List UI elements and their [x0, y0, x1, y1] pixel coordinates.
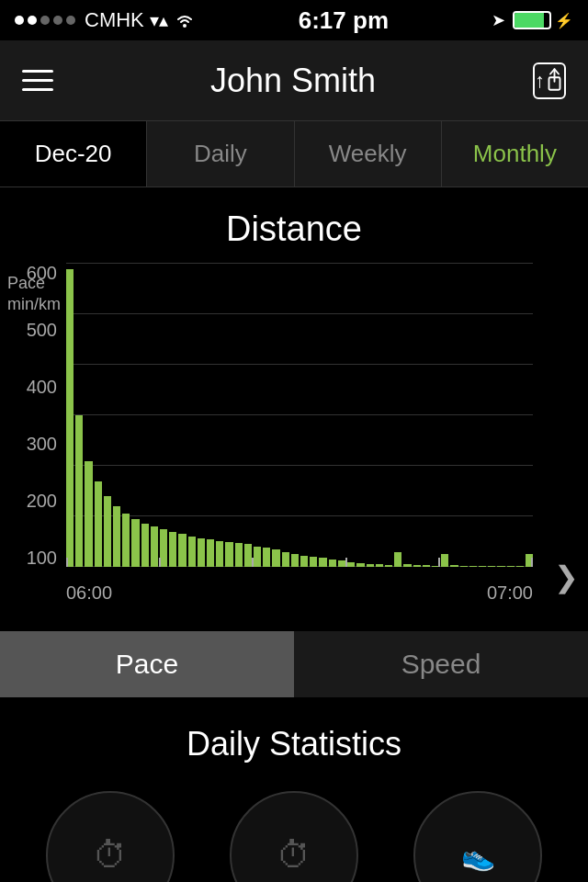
signal-dot-1: [15, 16, 24, 25]
toggle-row: Pace Speed: [0, 631, 588, 697]
hamburger-line-1: [22, 70, 53, 73]
x-label-right: 07:00: [487, 582, 533, 604]
time-display: 6:17 pm: [299, 6, 389, 35]
signal-dot-3: [40, 16, 50, 25]
bar-2: [85, 461, 92, 568]
tab-date[interactable]: Dec-20: [0, 121, 147, 187]
daily-statistics-section: Daily Statistics ⏱ 06:00 Start Time ⏱ 07…: [0, 697, 588, 882]
x-label-left: 06:00: [66, 582, 112, 604]
chart-title: Distance: [0, 209, 588, 249]
tab-bar: Dec-20 Daily Weekly Monthly: [0, 121, 588, 187]
battery-body: [513, 11, 551, 29]
tab-monthly[interactable]: Monthly: [442, 121, 588, 187]
status-right: ➤ ⚡: [492, 10, 573, 30]
y-label-300: 300: [27, 435, 57, 453]
end-time-icon: ⏱: [277, 836, 311, 876]
tick-4: [438, 558, 440, 567]
tab-weekly[interactable]: Weekly: [295, 121, 442, 187]
stat-avg-pace: 👟 60:00 Avg. Pace(Km): [413, 791, 542, 882]
chart-bars: [66, 264, 533, 567]
wifi-icon: ▾▴: [150, 9, 168, 31]
signal-dot-4: [53, 16, 62, 25]
pace-toggle-button[interactable]: Pace: [0, 631, 294, 697]
bar-3: [95, 481, 102, 568]
wifi-icon: [174, 11, 196, 29]
battery: ⚡: [513, 11, 573, 29]
svg-point-0: [183, 24, 187, 28]
page-title: John Smith: [210, 62, 376, 100]
x-axis: 06:00 07:00: [66, 582, 533, 604]
stats-title: Daily Statistics: [0, 725, 588, 763]
tick-3: [345, 558, 347, 567]
bar-0: [66, 269, 74, 568]
next-arrow-icon[interactable]: ❯: [554, 560, 579, 594]
hamburger-line-3: [22, 88, 53, 91]
y-label-100: 100: [27, 548, 57, 567]
location-icon: ➤: [492, 10, 505, 30]
battery-fill: [514, 13, 544, 28]
start-time-icon: ⏱: [93, 836, 128, 876]
tab-daily[interactable]: Daily: [147, 121, 294, 187]
bar-4: [104, 496, 111, 567]
menu-button[interactable]: [22, 70, 53, 91]
y-label-400: 400: [27, 378, 57, 396]
battery-bolt-icon: ⚡: [555, 12, 573, 29]
share-button[interactable]: [533, 62, 566, 99]
stat-end-time: ⏱ 07:00 End Time: [230, 791, 358, 882]
signal-dot-5: [66, 16, 75, 25]
tick-marks: [66, 558, 533, 567]
stat-start-time: ⏱ 06:00 Start Time: [46, 791, 175, 882]
tick-5: [531, 558, 533, 567]
signal-dots: [15, 16, 75, 25]
carrier-label: CMHK: [85, 8, 144, 32]
y-label-500: 500: [27, 321, 57, 339]
chart-area: Pacemin/km 600 500 400 300 200 100: [0, 264, 588, 613]
end-time-circle: ⏱: [230, 791, 358, 882]
bar-1: [75, 415, 83, 567]
hamburger-line-2: [22, 79, 53, 82]
tick-2: [252, 558, 254, 567]
avg-pace-circle: 👟: [413, 791, 542, 882]
tick-1: [159, 558, 161, 567]
speed-toggle-button[interactable]: Speed: [294, 631, 588, 697]
y-labels: 600 500 400 300 200 100: [0, 264, 64, 567]
share-icon: [545, 65, 564, 96]
status-bar: CMHK ▾▴ 6:17 pm ➤ ⚡: [0, 0, 588, 40]
tick-0: [66, 558, 68, 567]
y-label-200: 200: [27, 492, 57, 510]
status-left: CMHK ▾▴: [15, 8, 196, 32]
stats-circles: ⏱ 06:00 Start Time ⏱ 07:00 End Time 👟 60…: [0, 791, 588, 882]
y-label-600: 600: [27, 264, 57, 282]
signal-dot-2: [28, 16, 37, 25]
start-time-circle: ⏱: [46, 791, 175, 882]
avg-pace-icon: 👟: [461, 840, 495, 872]
header: John Smith: [0, 40, 588, 121]
chart-section: Distance Pacemin/km 600 500 400 300 200 …: [0, 187, 588, 697]
